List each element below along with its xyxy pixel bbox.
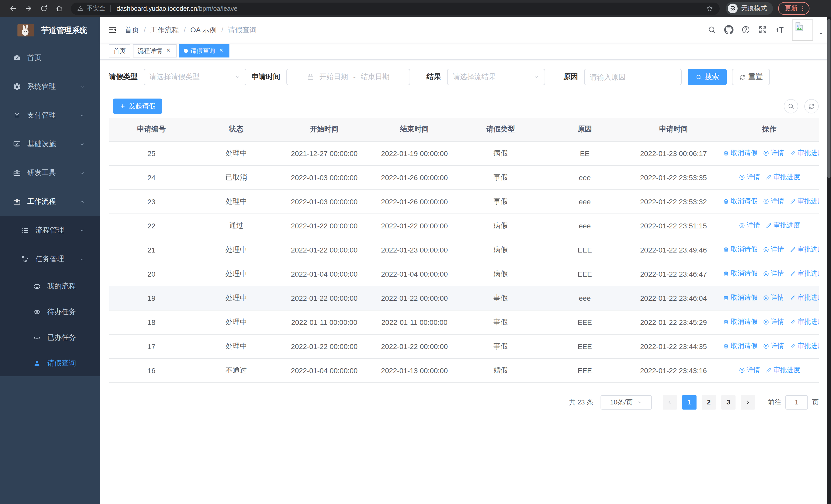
next-page-button[interactable] [741,395,755,409]
search-button[interactable]: 搜索 [688,69,727,85]
cell-actions: 取消请假详情审批进度 [720,189,819,213]
prev-page-button[interactable] [663,395,677,409]
hide-search-button[interactable] [784,99,798,113]
breadcrumb-item[interactable]: 首页 [125,25,139,34]
chevron-down-icon [79,141,85,147]
detail-action-link[interactable]: 详情 [739,366,760,375]
sidebar-item-process-mgmt[interactable]: 流程管理 [0,216,100,245]
sidebar-item-done-tasks[interactable]: 已办任务 [0,325,100,351]
detail-action-link[interactable]: 详情 [763,149,784,158]
cell-id: 18 [109,310,194,334]
detail-action-link[interactable]: 详情 [763,197,784,206]
fullscreen-icon[interactable] [754,25,771,34]
update-button[interactable]: 更新 [778,2,809,15]
sidebar-item-system[interactable]: 系统管理 [0,72,100,101]
cell-apply_time: 2022-01-22 23:46:04 [627,286,720,310]
cell-start: 2021-12-27 00:00:00 [279,141,370,165]
detail-action-link[interactable]: 详情 [739,173,760,182]
table-row: 25处理中2021-12-27 00:00:002022-01-19 00:00… [109,141,819,165]
cancel-action-link[interactable]: 取消请假 [722,318,757,327]
reason-input[interactable] [584,69,682,85]
progress-action-link[interactable]: 审批进度 [765,221,800,230]
tab-home[interactable]: 首页 [109,44,131,58]
cancel-action-link[interactable]: 取消请假 [722,245,757,254]
chevron-down-icon [533,74,540,80]
detail-action-link[interactable]: 详情 [763,293,784,302]
sidebar-item-devtools[interactable]: 研发工具 [0,158,100,187]
page-scrollbar[interactable] [827,17,831,504]
search-icon[interactable] [703,25,720,34]
progress-action-link[interactable]: 审批进度 [789,197,819,206]
back-icon[interactable] [5,2,21,15]
goto-page-input[interactable] [785,395,808,409]
sidebar-item-payment[interactable]: 支付管理 [0,101,100,130]
home-icon[interactable] [51,2,67,15]
detail-action-link[interactable]: 详情 [763,318,784,327]
close-icon[interactable]: × [165,47,172,54]
cell-status: 处理中 [194,310,279,334]
avatar[interactable] [792,19,813,40]
cell-actions: 取消请假详情审批进度 [720,262,819,286]
cell-apply_time: 2022-01-22 23:53:32 [627,189,720,213]
sidebar-item-my-process[interactable]: 我的流程 [0,273,100,299]
progress-action-link[interactable]: 审批进度 [765,366,800,375]
page-button-3[interactable]: 3 [721,395,736,409]
progress-action-link[interactable]: 审批进度 [789,149,819,158]
progress-action-link[interactable]: 审批进度 [789,269,819,278]
detail-action-link[interactable]: 详情 [763,245,784,254]
pen-icon [789,319,796,325]
apply-time-range-picker[interactable]: 开始日期 - 结束日期 [286,69,410,85]
scrollbar-thumb[interactable] [827,19,830,178]
sidebar-item-todo-tasks[interactable]: 待办任务 [0,299,100,325]
not-secure-warning-icon[interactable] [77,5,84,12]
cancel-action-link[interactable]: 取消请假 [722,293,757,302]
cell-apply_time: 2022-01-22 23:44:35 [627,334,720,358]
font-size-icon[interactable] [771,25,788,34]
forward-icon[interactable] [21,2,36,15]
cancel-action-link[interactable]: 取消请假 [722,342,757,351]
reset-button[interactable]: 重置 [732,69,770,85]
page-button-1[interactable]: 1 [682,395,696,409]
tab-process-detail[interactable]: 流程详情× [133,44,177,58]
sidebar-item-task-mgmt[interactable]: 任务管理 [0,245,100,273]
progress-action-link[interactable]: 审批进度 [765,173,800,182]
cancel-action-link[interactable]: 取消请假 [722,149,757,158]
app-logo[interactable]: 芋道管理系统 [0,17,100,43]
result-select[interactable]: 请选择流结果 [447,69,545,85]
github-icon[interactable] [720,25,737,34]
create-leave-button[interactable]: 发起请假 [113,98,162,114]
bookmark-star-icon[interactable] [706,5,713,12]
close-icon[interactable]: × [218,47,225,54]
breadcrumb-item[interactable]: 工作流程 [150,25,179,34]
cancel-action-link[interactable]: 取消请假 [722,197,757,206]
progress-action-link[interactable]: 审批进度 [789,245,819,254]
sidebar-item-label: 基础设施 [27,140,56,149]
robot-icon [33,282,41,291]
cancel-action-link[interactable]: 取消请假 [722,269,757,278]
page-size-select[interactable]: 10条/页 [601,395,652,409]
page-button-2[interactable]: 2 [701,395,716,409]
leave-type-select[interactable]: 请选择请假类型 [144,69,247,85]
sidebar-item-leave-query[interactable]: 请假查询 [0,351,100,376]
help-icon[interactable] [737,25,754,34]
sidebar-item-infra[interactable]: 基础设施 [0,130,100,158]
refresh-table-button[interactable] [804,99,819,113]
breadcrumb-item[interactable]: OA 示例 [191,25,217,34]
progress-action-link[interactable]: 审批进度 [789,318,819,327]
progress-action-link[interactable]: 审批进度 [789,342,819,351]
detail-action-link[interactable]: 详情 [739,221,760,230]
sidebar-item-home[interactable]: 首页 [0,43,100,72]
cell-apply_time: 2022-01-22 23:43:16 [627,358,720,382]
chevron-down-icon[interactable] [818,31,824,36]
browser-menu-icon[interactable] [799,5,806,12]
detail-action-link[interactable]: 详情 [763,342,784,351]
sidebar-collapse-icon[interactable] [100,25,125,34]
address-bar[interactable]: 不安全 dashboard.yudao.iocoder.cn/bpm/oa/le… [71,2,720,14]
sidebar-item-workflow[interactable]: 工作流程 [0,187,100,216]
range-separator: - [353,73,355,81]
progress-action-link[interactable]: 审批进度 [789,293,819,302]
cell-reason: EEE [543,262,627,286]
detail-action-link[interactable]: 详情 [763,269,784,278]
reload-icon[interactable] [36,2,51,15]
tab-leave-query[interactable]: 请假查询× [179,44,229,58]
